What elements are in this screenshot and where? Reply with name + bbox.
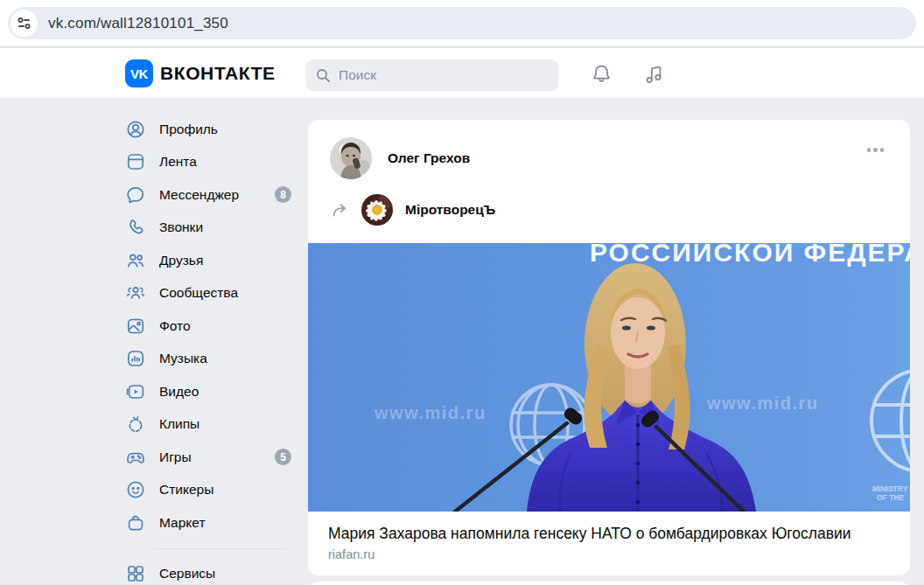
calls-icon bbox=[125, 217, 146, 238]
sidebar-item-label: Музыка bbox=[159, 351, 207, 366]
friends-icon bbox=[125, 250, 146, 271]
sidebar-item-profile[interactable]: Профиль bbox=[125, 113, 291, 146]
sidebar-item-label: Профиль bbox=[159, 122, 218, 137]
page-background: ПрофильЛентаМессенджер8ЗвонкиДрузьяСообщ… bbox=[0, 98, 924, 585]
sidebar-item-label: Стикеры bbox=[159, 482, 214, 498]
sidebar-item-label: Маркет bbox=[159, 515, 206, 531]
sidebar-item-label: Звонки bbox=[159, 219, 203, 235]
sidebar-item-label: Видео bbox=[159, 384, 199, 400]
unread-badge: 5 bbox=[275, 449, 291, 465]
sidebar-item-label: Лента bbox=[159, 154, 197, 170]
post-title[interactable]: Мария Захарова напомнила генсеку НАТО о … bbox=[308, 512, 910, 543]
browser-address-bar: vk.com/wall12810101_350 bbox=[0, 0, 924, 47]
video-icon bbox=[125, 381, 146, 402]
photo-icon bbox=[125, 316, 146, 337]
sidebar-item-market[interactable]: Маркет bbox=[125, 506, 291, 540]
unread-badge: 8 bbox=[275, 186, 291, 203]
url-text[interactable]: vk.com/wall12810101_350 bbox=[48, 15, 228, 32]
post-source-link[interactable]: riafan.ru bbox=[308, 543, 910, 575]
feed-icon bbox=[125, 151, 146, 172]
sidebar-item-video[interactable]: Видео bbox=[125, 375, 291, 408]
sidebar-item-label: Мессенджер bbox=[159, 187, 239, 203]
sidebar-divider bbox=[156, 548, 287, 549]
repost-row: МіротворецЪ bbox=[308, 194, 910, 226]
sidebar-item-photos[interactable]: Фото bbox=[125, 310, 291, 343]
stickers-icon bbox=[125, 479, 146, 500]
music-icon[interactable] bbox=[641, 61, 666, 86]
vk-logo[interactable]: VK bbox=[125, 59, 153, 87]
sidebar-nav: ПрофильЛентаМессенджер8ЗвонкиДрузьяСообщ… bbox=[125, 113, 291, 585]
search-icon bbox=[316, 68, 331, 83]
sidebar-item-friends[interactable]: Друзья bbox=[125, 244, 291, 277]
url-pill[interactable]: vk.com/wall12810101_350 bbox=[8, 7, 916, 39]
market-icon bbox=[125, 512, 146, 533]
post-more-button[interactable] bbox=[867, 148, 885, 152]
sidebar-item-communities[interactable]: Сообщества bbox=[125, 277, 291, 310]
post-header: Олег Грехов bbox=[308, 120, 910, 179]
search-box[interactable] bbox=[306, 59, 558, 91]
author-avatar[interactable] bbox=[330, 137, 372, 179]
vk-top-header: VK ВКОНТАКТЕ bbox=[0, 48, 924, 98]
music-icon bbox=[125, 348, 146, 369]
sidebar-item-label: Сообщества bbox=[159, 285, 238, 301]
repost-author-name[interactable]: МіротворецЪ bbox=[405, 202, 495, 218]
site-settings-icon[interactable] bbox=[10, 10, 38, 37]
communities-icon bbox=[125, 282, 146, 303]
sidebar-item-label: Игры bbox=[159, 449, 192, 465]
games-icon bbox=[125, 447, 146, 468]
sidebar-item-stickers[interactable]: Стикеры bbox=[125, 474, 291, 507]
sidebar-item-services[interactable]: Сервисы bbox=[125, 558, 291, 585]
sidebar-item-label: Клипы bbox=[159, 416, 200, 432]
sidebar-item-messenger[interactable]: Мессенджер8 bbox=[125, 178, 291, 212]
next-post-card bbox=[308, 582, 910, 585]
sidebar-item-label: Сервисы bbox=[159, 566, 215, 582]
repost-author-avatar[interactable] bbox=[361, 194, 393, 226]
sidebar-item-calls[interactable]: Звонки bbox=[125, 212, 291, 245]
backdrop-text: РОССИЙСКОЙ ФЕДЕРАЦИИ bbox=[590, 243, 910, 267]
search-input[interactable] bbox=[339, 67, 531, 83]
sidebar-item-label: Друзья bbox=[159, 253, 203, 268]
bell-icon[interactable] bbox=[589, 61, 613, 86]
author-name[interactable]: Олег Грехов bbox=[388, 150, 470, 166]
sidebar-item-games[interactable]: Игры5 bbox=[125, 441, 291, 474]
messenger-icon bbox=[125, 185, 146, 205]
vk-wordmark[interactable]: ВКОНТАКТЕ bbox=[160, 63, 276, 84]
watermark-left: www.mid.ru bbox=[374, 403, 486, 422]
post-card: Олег Грехов bbox=[308, 120, 910, 575]
sidebar-item-feed[interactable]: Лента bbox=[125, 146, 291, 179]
ministry-caption-1: MINISTRY bbox=[872, 484, 908, 493]
watermark-right: www.mid.ru bbox=[706, 393, 819, 413]
repost-arrow-icon bbox=[331, 201, 348, 219]
services-icon bbox=[125, 563, 146, 584]
sidebar-item-music[interactable]: Музыка bbox=[125, 343, 291, 376]
feed-column: Олег Грехов bbox=[308, 120, 910, 585]
sidebar-item-label: Фото bbox=[159, 318, 191, 334]
post-image[interactable]: РОССИЙСКОЙ ФЕДЕРАЦИИ www.mid.ru www.mid.… bbox=[308, 243, 910, 512]
sidebar-item-clips[interactable]: Клипы bbox=[125, 408, 291, 442]
clips-icon bbox=[125, 414, 146, 435]
ministry-caption-2: OF THE bbox=[877, 493, 904, 502]
profile-icon bbox=[125, 119, 146, 140]
